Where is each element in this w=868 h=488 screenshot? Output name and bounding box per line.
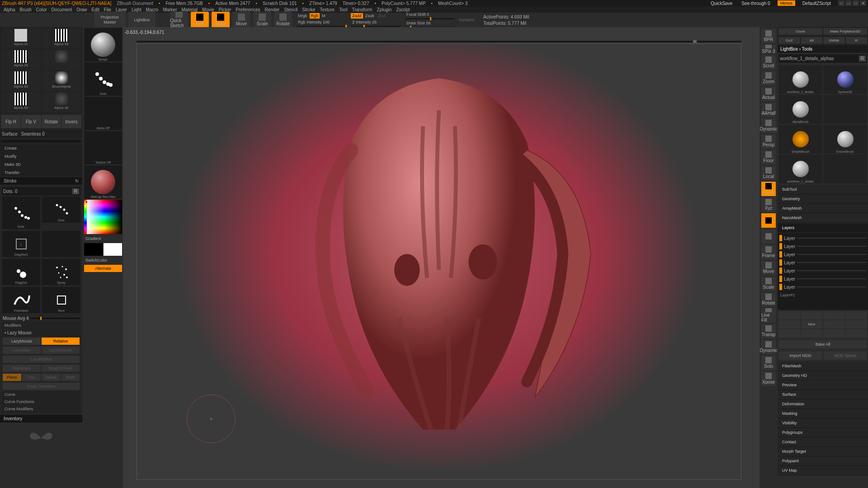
menu-texture[interactable]: Texture (320, 7, 335, 12)
stroke-r-button[interactable]: R (72, 188, 79, 194)
section-polypaint[interactable]: Polypaint (778, 456, 868, 466)
menu-edit[interactable]: Edit (92, 7, 99, 12)
menu-document[interactable]: Document (52, 7, 72, 12)
tool-r-button[interactable]: R (859, 56, 866, 61)
draw-button[interactable]: Draw (212, 12, 230, 28)
alpha-palette[interactable]: Alpha 01Alpha 58Alpha 28Alpha 60BrushAlp… (0, 27, 82, 113)
rtray-spix-3[interactable]: SPix 3 (761, 45, 776, 54)
stroke-dots-big[interactable]: Dots (2, 197, 40, 229)
alpha-off-thumb[interactable]: Alpha Off (84, 97, 122, 130)
lightbox-button[interactable]: LightBox (128, 12, 156, 28)
curve-header[interactable]: Curve (2, 391, 80, 398)
color-marker[interactable] (85, 201, 88, 203)
rp-r[interactable]: R (846, 37, 868, 44)
menu-picker[interactable]: Picker (219, 7, 231, 12)
rtray-rotate[interactable]: Rotate (761, 292, 776, 307)
rtray-local[interactable]: Local (761, 166, 776, 180)
rp-visible[interactable]: Visible (823, 37, 845, 44)
menu-zplugin[interactable]: Zplugin (377, 7, 392, 12)
menu-file[interactable]: File (104, 7, 111, 12)
timeline-scrubber[interactable] (137, 41, 741, 42)
layers-header[interactable]: Layers (778, 223, 868, 233)
menu-layer[interactable]: Layer (116, 7, 127, 12)
lazymouse-button[interactable]: LazyMouse (3, 338, 41, 345)
menu-stroke[interactable]: Stroke (302, 7, 315, 12)
section-nanomesh[interactable]: NanoMesh (778, 213, 868, 223)
rtray-persp[interactable]: Persp (761, 134, 776, 149)
rtray-line-fill[interactable]: Line Fill (761, 308, 776, 323)
maximize-icon[interactable]: □ (853, 0, 859, 6)
section-preview[interactable]: Preview (778, 380, 868, 390)
rtray-move[interactable]: Move (761, 261, 776, 275)
scale-button[interactable]: Scale (253, 12, 271, 28)
menus-button[interactable]: Menus (778, 0, 795, 6)
rgb-intensity-label[interactable]: Rgb Intensity 100 (297, 19, 346, 25)
drawsize-label[interactable]: Draw Size 56 (405, 20, 455, 26)
projection-master-button[interactable]: Projection Master (94, 12, 126, 28)
tool-palette[interactable]: workflow_1_detailsSphere3DAlphaBrushSimp… (778, 64, 868, 184)
zsub-button[interactable]: Zsub (364, 13, 376, 19)
clone-button[interactable]: Clone (778, 28, 822, 35)
swatch-white[interactable] (104, 243, 122, 256)
menu-render[interactable]: Render (265, 7, 280, 12)
gradient-label[interactable]: Gradient (84, 235, 122, 242)
stroke-dragrect[interactable]: ↓ DragRect (2, 231, 40, 257)
alpha-3[interactable] (42, 49, 82, 70)
stroke-dragdot[interactable]: DragDot (2, 259, 40, 285)
rtray-btn12[interactable] (761, 213, 776, 228)
menu-light[interactable]: Light (132, 7, 142, 12)
quicksave-button[interactable]: QuickSave (709, 0, 734, 6)
switchcolor-button[interactable]: SwitchColor (84, 257, 122, 264)
alpha-4[interactable]: Alpha 60 (1, 70, 41, 91)
tool-2[interactable]: AlphaBrush (778, 95, 822, 124)
section-masking[interactable]: Masking (778, 409, 868, 418)
stroke-rect[interactable]: Rect (42, 287, 80, 313)
z-intensity-label[interactable]: Z Intensity 25 (351, 19, 401, 25)
menu-tool[interactable]: Tool (339, 7, 347, 12)
leftmenu-transfer[interactable]: Transfer (0, 169, 82, 177)
lightbox-tools-header[interactable]: LightBox › Tools (778, 45, 868, 53)
alpha-5[interactable]: BrushAlpha (42, 70, 82, 91)
rotate-button[interactable]: Rotate (42, 115, 61, 128)
seamless-label[interactable]: Seamless 0 (21, 131, 44, 136)
curvemod-header[interactable]: Curve Modifiers (2, 405, 80, 413)
seamless-slider[interactable] (2, 141, 80, 142)
section-uv-map[interactable]: UV Map (778, 466, 868, 475)
layers-list[interactable]: Layer Layer Layer Layer Layer Layer Laye… (778, 233, 868, 310)
menu-preferences[interactable]: Preferences (236, 7, 260, 12)
rgb-button[interactable]: Rgb (310, 13, 320, 19)
section-subtool[interactable]: SubTool (778, 185, 868, 194)
seethrough-slider[interactable]: See-through 0 (740, 0, 772, 6)
inventory-header[interactable]: Inventory (0, 415, 82, 422)
rtray-bpr[interactable]: BPR (761, 29, 776, 43)
lazymouse-header[interactable]: • Lazy Mouse (2, 329, 80, 337)
relative-button[interactable]: Relative (42, 338, 80, 345)
section-deformation[interactable]: Deformation (778, 399, 868, 409)
focalshift-slider[interactable] (405, 18, 455, 19)
tool-6[interactable]: workflow_1_details (778, 155, 822, 183)
edit-button[interactable]: Edit (191, 12, 209, 28)
morph-thumb[interactable]: Morph (84, 28, 122, 61)
rtray-btn13[interactable] (761, 229, 776, 244)
leftmenu-make-3d[interactable]: Make 3D (0, 160, 82, 169)
menu-brush[interactable]: Brush (20, 7, 32, 12)
tool-0[interactable]: workflow_1_details (778, 65, 822, 94)
section-geometry[interactable]: Geometry (778, 194, 868, 204)
importmdd-button[interactable]: Import MDD (779, 352, 822, 360)
stroke-header[interactable]: Stroke↻ (0, 177, 82, 185)
tool-4[interactable]: SimpleBrush (778, 125, 822, 154)
rtray-frame[interactable]: Frame (761, 245, 776, 259)
mrgb-button[interactable]: Mrgb (297, 13, 309, 19)
section-surface[interactable]: Surface (778, 390, 868, 399)
sculpt-mesh[interactable] (227, 62, 650, 446)
zadd-button[interactable]: Zadd (351, 13, 363, 19)
section-contact[interactable]: Contact (778, 437, 868, 447)
layer-ops[interactable]: New (778, 310, 868, 338)
tool-7[interactable] (823, 155, 867, 183)
section-morph-target[interactable]: Morph Target (778, 447, 868, 456)
matcap-thumb[interactable]: MatCap Red Wax (84, 165, 122, 199)
section-fibermesh[interactable]: FiberMesh (778, 361, 868, 371)
menu-transform[interactable]: Transform (352, 7, 372, 12)
viewport-canvas[interactable] (123, 27, 760, 488)
rtray-transp[interactable]: Transp (761, 324, 776, 338)
